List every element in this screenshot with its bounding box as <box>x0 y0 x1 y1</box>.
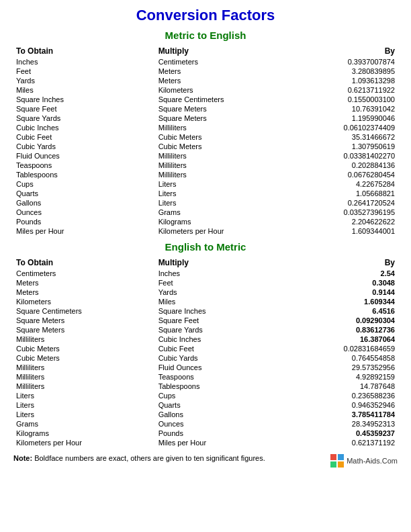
obtain-cell: Milliliters <box>13 363 156 372</box>
table-row: Teaspoons Milliliters 0.202884136 <box>13 161 398 170</box>
table-row: Pounds Kilograms 2.204622622 <box>13 217 398 226</box>
multiply-cell: Cubic Meters <box>156 132 290 142</box>
by-cell: 0.09290304 <box>290 316 398 325</box>
obtain-cell: Kilometers per Hour <box>13 438 156 447</box>
multiply-cell: Liters <box>156 189 290 198</box>
by-cell: 0.1550003100 <box>290 95 398 104</box>
multiply-cell: Centimeters <box>156 57 290 66</box>
obtain-cell: Square Inches <box>13 95 156 104</box>
table-row: Gallons Liters 0.2641720524 <box>13 198 398 208</box>
table-row: Inches Centimeters 0.3937007874 <box>13 57 398 66</box>
multiply-cell: Ounces <box>156 419 290 429</box>
obtain-cell: Teaspoons <box>13 161 156 170</box>
by-cell: 2.204622622 <box>290 217 398 226</box>
by-cell: 1.609344001 <box>290 226 398 236</box>
table-row: Cups Liters 4.22675284 <box>13 179 398 189</box>
table-row: Square Inches Square Centimeters 0.15500… <box>13 95 398 104</box>
by-cell: 35.31466672 <box>290 132 398 142</box>
table-row: Milliliters Tablespoons 14.787648 <box>13 382 398 391</box>
table-row: Kilometers per Hour Miles per Hour 0.621… <box>13 438 398 447</box>
obtain-cell: Cubic Meters <box>13 353 156 363</box>
table-row: Ounces Grams 0.03527396195 <box>13 208 398 217</box>
obtain-cell: Milliliters <box>13 382 156 391</box>
obtain-cell: Liters <box>13 410 156 419</box>
by-cell: 14.787648 <box>290 382 398 391</box>
table-row: Milliliters Teaspoons 4.92892159 <box>13 372 398 382</box>
multiply-cell: Quarts <box>156 400 290 410</box>
multiply-cell: Meters <box>156 76 290 85</box>
multiply-cell: Milliliters <box>156 151 290 161</box>
obtain-cell: Square Centimeters <box>13 306 156 316</box>
col-header-by-2: By <box>290 257 398 269</box>
table-row: Cubic Yards Cubic Meters 1.307950619 <box>13 142 398 151</box>
logo-icon <box>330 454 344 468</box>
obtain-cell: Miles per Hour <box>13 226 156 236</box>
by-cell: 0.764554858 <box>290 353 398 363</box>
multiply-cell: Miles per Hour <box>156 438 290 447</box>
multiply-cell: Fluid Ounces <box>156 363 290 372</box>
page-title: Conversion Factors <box>13 7 398 24</box>
obtain-cell: Square Meters <box>13 325 156 335</box>
by-cell: 29.57352956 <box>290 363 398 372</box>
multiply-cell: Square Feet <box>156 316 290 325</box>
table-row: Liters Cups 0.236588236 <box>13 391 398 400</box>
by-cell: 0.03527396195 <box>290 208 398 217</box>
by-cell: 0.03381402270 <box>290 151 398 161</box>
table-row: Quarts Liters 1.05668821 <box>13 189 398 198</box>
multiply-cell: Teaspoons <box>156 372 290 382</box>
by-cell: 0.45359237 <box>290 429 398 438</box>
by-cell: 0.9144 <box>290 287 398 297</box>
obtain-cell: Grams <box>13 419 156 429</box>
by-cell: 16.387064 <box>290 335 398 344</box>
table-row: Cubic Meters Cubic Yards 0.764554858 <box>13 353 398 363</box>
multiply-cell: Cubic Feet <box>156 344 290 353</box>
multiply-cell: Gallons <box>156 410 290 419</box>
table-row: Cubic Feet Cubic Meters 35.31466672 <box>13 132 398 142</box>
obtain-cell: Gallons <box>13 198 156 208</box>
multiply-cell: Kilograms <box>156 217 290 226</box>
multiply-cell: Liters <box>156 179 290 189</box>
by-cell: 0.2641720524 <box>290 198 398 208</box>
by-cell: 0.236588236 <box>290 391 398 400</box>
multiply-cell: Meters <box>156 66 290 76</box>
multiply-cell: Cubic Meters <box>156 142 290 151</box>
table-row: Liters Gallons 3.785411784 <box>13 410 398 419</box>
table-row: Yards Meters 1.093613298 <box>13 76 398 85</box>
obtain-cell: Kilograms <box>13 429 156 438</box>
svg-rect-3 <box>338 461 344 468</box>
table-row: Cubic Meters Cubic Feet 0.02831684659 <box>13 344 398 353</box>
obtain-cell: Cubic Feet <box>13 132 156 142</box>
multiply-cell: Inches <box>156 269 290 278</box>
obtain-cell: Milliliters <box>13 372 156 382</box>
col-header-obtain-2: To Obtain <box>13 257 156 269</box>
table-row: Centimeters Inches 2.54 <box>13 269 398 278</box>
obtain-cell: Milliliters <box>13 335 156 344</box>
multiply-cell: Grams <box>156 208 290 217</box>
col-header-by-1: By <box>290 45 398 57</box>
by-cell: 0.02831684659 <box>290 344 398 353</box>
table-row: Feet Meters 3.280839895 <box>13 66 398 76</box>
multiply-cell: Liters <box>156 198 290 208</box>
col-header-obtain-1: To Obtain <box>13 45 156 57</box>
by-cell: 0.202884136 <box>290 161 398 170</box>
table-row: Meters Feet 0.3048 <box>13 278 398 287</box>
col-header-multiply-2: Multiply <box>156 257 290 269</box>
table-row: Square Meters Square Feet 0.09290304 <box>13 316 398 325</box>
table-row: Milliliters Fluid Ounces 29.57352956 <box>13 363 398 372</box>
multiply-cell: Kilometers per Hour <box>156 226 290 236</box>
multiply-cell: Feet <box>156 278 290 287</box>
multiply-cell: Pounds <box>156 429 290 438</box>
by-cell: 1.195990046 <box>290 114 398 123</box>
obtain-cell: Fluid Ounces <box>13 151 156 161</box>
obtain-cell: Meters <box>13 278 156 287</box>
obtain-cell: Square Meters <box>13 316 156 325</box>
obtain-cell: Pounds <box>13 217 156 226</box>
by-cell: 28.34952313 <box>290 419 398 429</box>
table-row: Grams Ounces 28.34952313 <box>13 419 398 429</box>
section2-heading: English to Metric <box>13 241 398 253</box>
svg-rect-2 <box>330 461 336 468</box>
by-cell: 10.76391042 <box>290 104 398 114</box>
logo: Math-Aids.Com <box>330 454 398 468</box>
multiply-cell: Yards <box>156 287 290 297</box>
by-cell: 1.05668821 <box>290 189 398 198</box>
